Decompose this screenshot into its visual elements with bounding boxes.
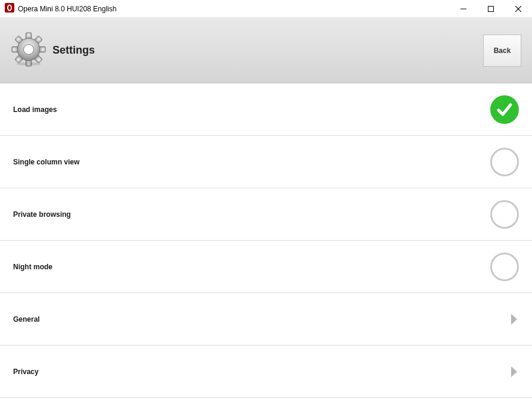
row-label: Single column view <box>13 158 79 166</box>
row-label: Night mode <box>13 263 52 271</box>
minimize-button[interactable] <box>450 0 477 18</box>
page-title: Settings <box>52 44 95 57</box>
row-label: Load images <box>13 105 57 114</box>
window-titlebar: Opera Mini 8.0 HUI208 English <box>0 0 532 18</box>
gear-icon <box>11 32 47 70</box>
chevron-right-icon <box>509 313 519 326</box>
row-label: General <box>13 315 40 323</box>
svg-point-2 <box>8 5 11 10</box>
svg-point-17 <box>16 62 41 66</box>
row-privacy[interactable]: Privacy <box>0 346 532 398</box>
chevron-right-icon <box>509 365 519 378</box>
close-button[interactable] <box>505 0 532 18</box>
row-general[interactable]: General <box>0 293 532 346</box>
settings-header: Settings Back <box>0 18 532 83</box>
row-label: Privacy <box>13 368 39 376</box>
row-private-browsing[interactable]: Private browsing <box>0 188 532 241</box>
svg-point-16 <box>24 44 34 54</box>
toggle-on-icon[interactable] <box>490 95 519 124</box>
svg-marker-19 <box>511 366 517 377</box>
toggle-off-icon[interactable] <box>490 148 519 176</box>
row-label: Private browsing <box>13 210 71 219</box>
svg-marker-18 <box>511 314 517 325</box>
window-title: Opera Mini 8.0 HUI208 English <box>18 5 116 13</box>
toggle-off-icon[interactable] <box>490 200 519 229</box>
svg-rect-4 <box>488 6 494 11</box>
settings-list: Load images Single column view Private b… <box>0 83 532 398</box>
row-night-mode[interactable]: Night mode <box>0 241 532 293</box>
row-single-column-view[interactable]: Single column view <box>0 136 532 188</box>
toggle-off-icon[interactable] <box>490 253 519 281</box>
row-load-images[interactable]: Load images <box>0 83 532 136</box>
back-button[interactable]: Back <box>483 35 521 67</box>
maximize-button[interactable] <box>477 0 505 18</box>
app-icon <box>5 3 14 15</box>
